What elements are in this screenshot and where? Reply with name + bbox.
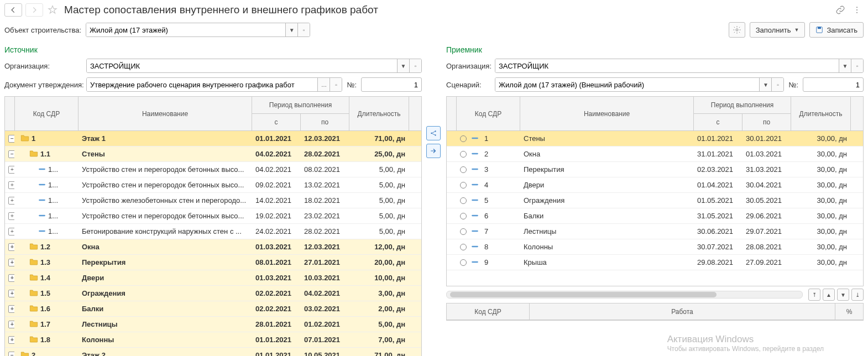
header-to[interactable]: по xyxy=(742,114,791,131)
radio-icon[interactable] xyxy=(460,259,467,266)
source-doc-input[interactable] xyxy=(87,78,317,91)
expand-icon[interactable]: + xyxy=(8,305,15,313)
header-period[interactable]: Период выполнения xyxy=(694,97,791,114)
radio-icon[interactable] xyxy=(460,135,467,142)
foot-header-name[interactable]: Работа xyxy=(530,303,835,320)
table-row[interactable]: 9Крыша29.08.202127.09.202130,00, дн xyxy=(447,255,863,270)
object-dropdown-icon[interactable]: ▼ xyxy=(285,23,297,36)
target-scen-input[interactable] xyxy=(495,78,759,91)
header-period[interactable]: Период выполнения xyxy=(252,97,349,114)
foot-header-pct[interactable]: % xyxy=(835,303,863,320)
favorite-icon[interactable] xyxy=(46,4,59,16)
table-row[interactable]: +1.2Окна01.03.202112.03.202112,00, дн xyxy=(5,239,421,255)
dropdown-icon[interactable]: ▼ xyxy=(839,59,851,72)
expand-icon[interactable]: + xyxy=(8,321,15,328)
source-org-input[interactable] xyxy=(87,59,397,72)
header-code[interactable]: Код СДР xyxy=(457,97,520,131)
transfer-left-button[interactable] xyxy=(426,126,441,140)
foot-header-code[interactable]: Код СДР xyxy=(447,303,530,320)
expand-icon[interactable]: + xyxy=(8,336,15,344)
expand-icon[interactable]: + xyxy=(8,228,15,235)
radio-icon[interactable] xyxy=(460,197,467,204)
horizontal-scrollbar[interactable] xyxy=(446,291,803,299)
target-org-input[interactable] xyxy=(495,59,839,72)
dropdown-icon[interactable]: ▼ xyxy=(759,78,771,91)
radio-icon[interactable] xyxy=(460,244,467,250)
radio-icon[interactable] xyxy=(460,213,467,219)
expand-icon[interactable]: + xyxy=(8,197,15,205)
radio-icon[interactable] xyxy=(460,182,467,189)
target-num-input[interactable] xyxy=(803,77,864,92)
object-input[interactable] xyxy=(86,23,285,36)
header-code[interactable]: Код СДР xyxy=(15,97,79,131)
expand-icon[interactable]: + xyxy=(8,274,15,282)
expand-icon[interactable]: + xyxy=(8,166,15,174)
table-row[interactable]: +1.8Колонны01.01.202107.01.20217,00, дн xyxy=(5,332,421,348)
table-row[interactable]: −2Этаж 201.01.202110.05.202171,00, дн xyxy=(5,348,421,356)
open-icon[interactable]: ▫ xyxy=(330,78,342,91)
table-row[interactable]: +1.4Двери01.03.202110.03.202110,00, дн xyxy=(5,270,421,286)
expand-icon[interactable]: − xyxy=(8,150,15,158)
header-from[interactable]: с xyxy=(694,114,742,131)
table-row[interactable]: 4Двери01.04.202130.04.202130,00, дн xyxy=(447,177,863,193)
header-dur[interactable]: Длительность xyxy=(791,97,851,131)
expand-icon[interactable]: + xyxy=(8,212,15,220)
expand-icon[interactable]: − xyxy=(8,135,15,143)
source-doc-combo[interactable]: … ▫ xyxy=(86,77,342,92)
source-org-combo[interactable]: ▼ ▫ xyxy=(86,59,422,73)
radio-icon[interactable] xyxy=(460,166,467,173)
fill-button[interactable]: Заполнить ▼ xyxy=(750,22,806,38)
table-row[interactable]: −1.1Стены04.02.202128.02.202125,00, дн xyxy=(5,146,421,162)
table-row[interactable]: +1...Бетонирование конструкций наружных … xyxy=(5,224,421,239)
link-icon[interactable] xyxy=(834,3,847,17)
save-button[interactable]: Записать xyxy=(809,22,864,38)
table-row[interactable]: 5Ограждения01.05.202130.05.202130,00, дн xyxy=(447,193,863,208)
radio-icon[interactable] xyxy=(460,151,467,158)
move-up-button[interactable]: ▲ xyxy=(823,289,835,301)
expand-icon[interactable]: + xyxy=(8,181,15,189)
object-open-icon[interactable]: ▫ xyxy=(297,23,310,36)
settings-button[interactable] xyxy=(729,22,745,38)
expand-icon[interactable]: + xyxy=(8,259,15,266)
table-row[interactable]: 3Перекрытия02.03.202131.03.202130,00, дн xyxy=(447,162,863,177)
transfer-right-button[interactable] xyxy=(426,144,441,158)
source-num-input[interactable] xyxy=(361,77,422,92)
ellipsis-icon[interactable]: … xyxy=(317,78,330,91)
back-button[interactable] xyxy=(4,3,22,17)
expand-icon[interactable]: + xyxy=(8,290,15,297)
table-row[interactable]: +1...Устройство железобетонных стен и пе… xyxy=(5,193,421,208)
header-to[interactable]: по xyxy=(301,114,349,131)
table-row[interactable]: +1.5Ограждения02.02.202104.02.20213,00, … xyxy=(5,286,421,301)
expand-icon[interactable]: + xyxy=(8,243,15,251)
table-row[interactable]: 6Балки31.05.202129.06.202130,00, дн xyxy=(447,208,863,224)
table-row[interactable]: +1...Устройство стен и перегородок бетон… xyxy=(5,177,421,193)
table-row[interactable]: 2Окна31.01.202101.03.202130,00, дн xyxy=(447,146,863,162)
open-icon[interactable]: ▫ xyxy=(851,59,863,72)
table-row[interactable]: +1.3Перекрытия08.01.202127.01.202120,00,… xyxy=(5,255,421,270)
table-row[interactable]: 7Лестницы30.06.202129.07.202130,00, дн xyxy=(447,224,863,239)
dropdown-icon[interactable]: ▼ xyxy=(397,59,409,72)
move-down-button[interactable]: ▼ xyxy=(837,289,849,301)
expand-icon[interactable]: − xyxy=(8,352,15,357)
header-name[interactable]: Наименование xyxy=(520,97,694,131)
header-from[interactable]: с xyxy=(252,114,301,131)
object-combo[interactable]: ▼ ▫ xyxy=(86,23,310,37)
header-name[interactable]: Наименование xyxy=(79,97,252,131)
forward-button[interactable] xyxy=(25,3,43,17)
table-row[interactable]: −1Этаж 101.01.202112.03.202171,00, дн xyxy=(5,131,421,146)
table-row[interactable]: 8Колонны30.07.202128.08.202130,00, дн xyxy=(447,239,863,255)
table-row[interactable]: +1...Устройство стен и перегородок бетон… xyxy=(5,162,421,177)
table-row[interactable]: +1.6Балки02.02.202103.02.20212,00, дн xyxy=(5,301,421,317)
kebab-menu-icon[interactable] xyxy=(850,3,864,17)
table-row[interactable]: +1...Устройство стен и перегородок бетон… xyxy=(5,208,421,224)
table-row[interactable]: +1.7Лестницы28.01.202101.02.20215,00, дн xyxy=(5,317,421,332)
target-org-combo[interactable]: ▼ ▫ xyxy=(495,59,864,73)
radio-icon[interactable] xyxy=(460,228,467,235)
open-icon[interactable]: ▫ xyxy=(771,78,783,91)
move-bottom-button[interactable]: ⤓ xyxy=(851,289,864,301)
open-icon[interactable]: ▫ xyxy=(409,59,421,72)
move-top-button[interactable]: ⤒ xyxy=(808,289,820,301)
table-row[interactable]: 1Стены01.01.202130.01.202130,00, дн xyxy=(447,131,863,146)
target-scen-combo[interactable]: ▼ ▫ xyxy=(495,77,784,92)
header-dur[interactable]: Длительность xyxy=(349,97,409,131)
